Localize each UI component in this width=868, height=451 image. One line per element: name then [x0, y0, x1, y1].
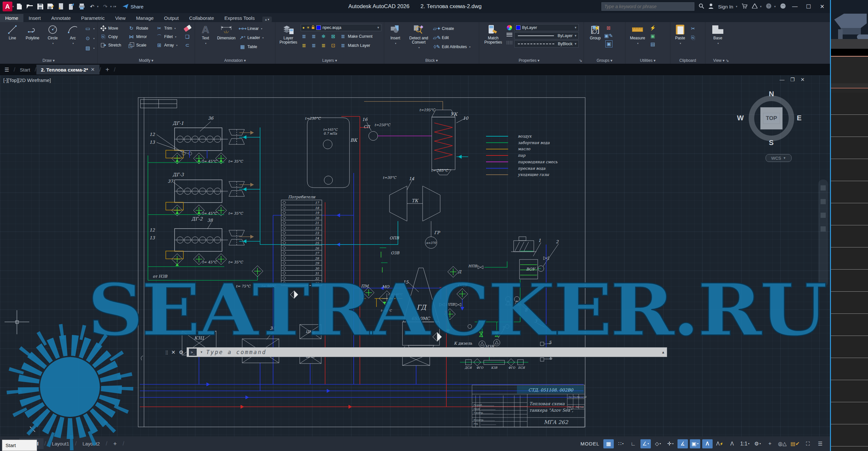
command-input-bar[interactable]: >_ ▼ Type a command ▲ — [187, 347, 667, 357]
layer-freeze-icon[interactable]: ❄ — [320, 33, 327, 40]
help-caret-icon[interactable]: ▾ — [774, 5, 776, 8]
file-tab-start[interactable]: Start — [15, 65, 35, 74]
quick-select-icon[interactable]: ⚡ — [650, 25, 656, 31]
search-icon[interactable] — [699, 4, 704, 10]
command-customize-wrench-icon[interactable]: ⚙ — [179, 349, 183, 355]
layer-thaw-all-icon[interactable]: ≣ — [320, 42, 327, 49]
autodesk-icon[interactable] — [752, 4, 757, 9]
viewcube[interactable]: N S W E TOP — [745, 92, 798, 144]
command-expand-icon[interactable]: ▲ — [661, 350, 665, 354]
ribbon-tab-home[interactable]: Home — [0, 14, 23, 22]
layer-off-icon[interactable]: ≣ — [301, 42, 307, 49]
viewcube-west[interactable]: W — [737, 114, 744, 122]
ribbon-collapse-icon[interactable]: ▴ ▾ — [262, 17, 272, 22]
hatch-icon[interactable]: ▨ — [85, 45, 91, 51]
cut-icon[interactable]: ✂ — [690, 25, 696, 32]
properties-launcher-icon[interactable]: ⇘ — [579, 58, 582, 63]
circle-button[interactable]: Circle▾ — [43, 24, 62, 52]
sign-in-label[interactable]: Sign In — [718, 4, 734, 9]
grid-toggle-icon[interactable]: ▦ — [603, 439, 614, 448]
isodraft-icon[interactable]: ◇▾ — [653, 439, 663, 448]
osnap-tracking-icon[interactable]: ✛▾ — [665, 439, 676, 448]
leader-button[interactable]: ↗°Leader▾ — [239, 34, 264, 41]
help-icon[interactable]: ? — [766, 3, 771, 10]
panel-utilities-label[interactable]: Utilities ▾ — [625, 58, 670, 63]
array-button[interactable]: ⊞Array▾ — [156, 41, 184, 49]
file-tab-active-doc[interactable]: 2. Теплова схема-2*✕ — [36, 65, 99, 74]
command-grip-icon[interactable]: ⣿ — [165, 350, 169, 355]
dynamic-input-icon[interactable]: ∡ — [678, 439, 688, 448]
undo-icon[interactable]: ↶ — [89, 3, 96, 10]
new-layout-button[interactable]: + — [108, 438, 122, 450]
workspace-settings-icon[interactable]: ⚙▾ — [752, 439, 763, 448]
redo-icon[interactable]: ↷ — [102, 3, 109, 10]
panel-block-label[interactable]: Block ▾ — [384, 58, 479, 63]
open-folder-icon[interactable] — [26, 3, 33, 10]
panel-groups-label[interactable]: Groups ▾ — [584, 58, 625, 63]
scale-button[interactable]: Scale — [128, 41, 156, 49]
ortho-toggle-icon[interactable]: ∟ — [628, 439, 639, 448]
object-color-select[interactable]: ByLayer▼ — [514, 24, 579, 31]
trim-button[interactable]: ✂Trim▾ — [156, 24, 184, 32]
viewcube-south[interactable]: S — [769, 139, 774, 147]
text-button[interactable]: AText▾ — [198, 24, 213, 51]
lineweight-select[interactable]: ByLayer▼ — [514, 32, 579, 39]
ribbon-tab-view[interactable]: View — [110, 14, 131, 22]
model-space-badge[interactable]: MODEL — [581, 441, 599, 446]
group-button[interactable]: []Group — [586, 24, 604, 48]
ribbon-tab-collaborate[interactable]: Collaborate — [184, 14, 219, 22]
ribbon-tab-insert[interactable]: Insert — [23, 14, 46, 22]
layer-walk-icon[interactable]: ≣ — [310, 42, 317, 49]
annotation-visibility-icon[interactable]: Λ — [702, 439, 713, 448]
ribbon-tab-annotate[interactable]: Annotate — [46, 14, 76, 22]
close-button[interactable]: ✕ — [817, 3, 827, 10]
linear-button[interactable]: ↤↦Linear▾ — [239, 25, 264, 32]
ribbon-tab-express-tools[interactable]: Express Tools — [219, 14, 260, 22]
polar-tracking-icon[interactable]: ∠▾ — [641, 439, 651, 448]
ribbon-tab-output[interactable]: Output — [159, 14, 184, 22]
mirror-button[interactable]: ⋈Mirror — [128, 33, 156, 41]
edit-attributes-button[interactable]: ◊✎Edit Attributes▾ — [434, 43, 470, 51]
ellipse-icon[interactable]: ⊙ — [85, 35, 91, 41]
app-logo-icon[interactable]: A — [3, 2, 12, 11]
search-input[interactable] — [601, 2, 694, 11]
print-icon[interactable] — [79, 3, 86, 10]
drawing-area[interactable]: [-][Top][2D Wireframe] — ❐ ✕ — [0, 76, 830, 437]
move-button[interactable]: Move — [100, 24, 128, 32]
save-as-icon[interactable] — [47, 3, 54, 10]
quick-calculator-icon[interactable]: ▤ — [650, 41, 656, 48]
undo-caret-icon[interactable]: ▾ — [97, 5, 99, 8]
layer-unisolate-icon[interactable]: ≣ — [310, 33, 317, 40]
linetype-select[interactable]: ByBlock▼ — [514, 40, 579, 48]
offset-button[interactable]: ⊂ — [184, 41, 194, 49]
wcs-menu[interactable]: WCS▼ — [766, 154, 792, 162]
redo-caret-icon[interactable]: ▾ — [110, 5, 112, 8]
insert-button[interactable]: Insert▾ — [387, 24, 404, 51]
match-properties-button[interactable]: Match Properties — [482, 24, 504, 48]
command-recent-caret-icon[interactable]: ▼ — [200, 351, 203, 354]
dimension-button[interactable]: Dimension — [215, 24, 238, 51]
layer-lock-tool-icon[interactable]: ⊠ — [330, 33, 337, 40]
save-icon[interactable] — [37, 3, 44, 10]
annotation-scale-icon[interactable]: Λ — [727, 439, 737, 448]
layout2-tab[interactable]: Layout2 — [78, 438, 105, 449]
viewcube-east[interactable]: E — [797, 114, 802, 122]
file-tab-close-icon[interactable]: ✕ — [91, 67, 95, 72]
group-select-toggle-icon[interactable]: ▣ — [605, 40, 613, 48]
annotation-autoscale-icon[interactable]: Λ⚡ — [715, 439, 725, 448]
isolate-objects-icon[interactable]: ◎△ — [777, 439, 787, 448]
navigation-bar[interactable] — [818, 179, 828, 287]
graphics-performance-icon[interactable]: ▤✔ — [789, 439, 801, 448]
erase-button[interactable] — [184, 24, 194, 32]
cart-icon[interactable] — [742, 4, 747, 10]
ribbon-tab-manage[interactable]: Manage — [131, 14, 159, 22]
qat-customize-icon[interactable]: ≡▾ — [113, 5, 116, 8]
layer-unlock-icon[interactable]: ⊡ — [330, 42, 337, 49]
make-current-button[interactable]: ≣Make Current — [340, 32, 373, 40]
annotation-scale-value[interactable]: 1:1▾ — [739, 439, 750, 448]
panel-layers-label[interactable]: Layers ▾ — [275, 58, 384, 63]
layer-isolate-icon[interactable]: ≣ — [301, 33, 307, 40]
file-tab-menu-icon[interactable]: ☰ — [3, 66, 10, 73]
viewcube-top-face[interactable]: TOP — [761, 107, 782, 129]
panel-view-label[interactable]: View ▾ ⇘ — [706, 58, 737, 63]
